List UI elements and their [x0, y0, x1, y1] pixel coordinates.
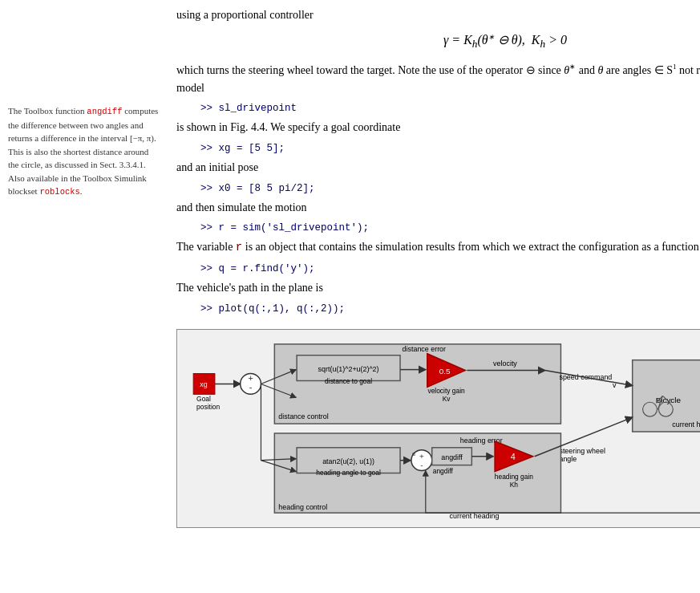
svg-text:velocity: velocity	[493, 359, 517, 367]
svg-text:distance to goal: distance to goal	[325, 377, 372, 385]
svg-text:current heading: current heading	[672, 420, 700, 429]
code2: >> xg = [5 5];	[200, 143, 700, 154]
svg-text:atan2(u(2), u(1)): atan2(u(2), u(1))	[322, 457, 374, 465]
code4: >> r = sim('sl_drivepoint');	[200, 222, 700, 234]
para2: is shown in Fig. 4.4. We specify a goal …	[176, 119, 700, 136]
svg-text:-: -	[249, 382, 253, 392]
svg-text:angdiff: angdiff	[441, 453, 463, 461]
sidebar: The Toolbox function angdiff com­putes t…	[0, 0, 168, 536]
diagram-svg: distance control sqrt(u(1)^2+u(2)^2) dis…	[177, 330, 700, 527]
svg-text:angle: angle	[559, 454, 577, 462]
svg-text:0.5: 0.5	[439, 366, 451, 375]
svg-text:distance control: distance control	[278, 412, 328, 420]
math-display: γ = Kh(θ∗ ⊖ θ), Kh > 0	[176, 32, 700, 51]
simulink-diagram: distance control sqrt(u(1)^2+u(2)^2) dis…	[176, 329, 700, 528]
svg-text:4: 4	[511, 451, 516, 461]
svg-text:xg: xg	[200, 380, 207, 388]
svg-text:position: position	[196, 403, 220, 411]
code1: >> sl_drivepoint	[200, 103, 700, 114]
svg-text:sqrt(u(1)^2+u(2)^2): sqrt(u(1)^2+u(2)^2)	[318, 364, 379, 372]
svg-text:velocity gain: velocity gain	[427, 387, 465, 395]
svg-text:distance error: distance error	[403, 344, 446, 352]
code6: >> plot(q(:,1), q(:,2));	[200, 303, 700, 315]
svg-text:Bicycle: Bicycle	[656, 396, 682, 404]
svg-text:angdiff: angdiff	[433, 466, 454, 474]
svg-text:-: -	[420, 460, 423, 469]
para5: The variable r is an object that contain…	[176, 238, 700, 257]
para3: and an initial pose	[176, 159, 700, 177]
sidebar-text: The Toolbox function angdiff com­putes t…	[8, 104, 159, 199]
svg-text:Kv: Kv	[443, 395, 451, 403]
svg-text:heading control: heading control	[278, 503, 327, 511]
svg-text:steering wheel: steering wheel	[559, 446, 605, 454]
svg-text:heading angle to goal: heading angle to goal	[316, 468, 381, 476]
angdiff-code: angdiff	[87, 107, 122, 116]
svg-text:+: +	[419, 451, 424, 460]
intro-text: using a proportional controller	[176, 6, 700, 24]
code5: >> q = r.find('y');	[200, 263, 700, 274]
svg-text:current heading: current heading	[450, 512, 500, 520]
para6: The vehicle's path in the plane is	[176, 279, 700, 297]
svg-text:Goal: Goal	[196, 395, 211, 403]
svg-text:heading gain: heading gain	[495, 473, 534, 481]
page-container: The Toolbox function angdiff com­putes t…	[0, 0, 700, 536]
code3: >> x0 = [8 5 pi/2];	[200, 183, 700, 194]
main-content: using a proportional controller γ = Kh(θ…	[168, 0, 700, 536]
svg-text:d: d	[412, 450, 415, 456]
roblocks-code: roblocks	[39, 187, 79, 197]
para1: which turns the steering wheel toward th…	[176, 62, 700, 96]
para4: and then simulate the motion	[176, 199, 700, 217]
svg-text:Kh: Kh	[510, 481, 519, 489]
